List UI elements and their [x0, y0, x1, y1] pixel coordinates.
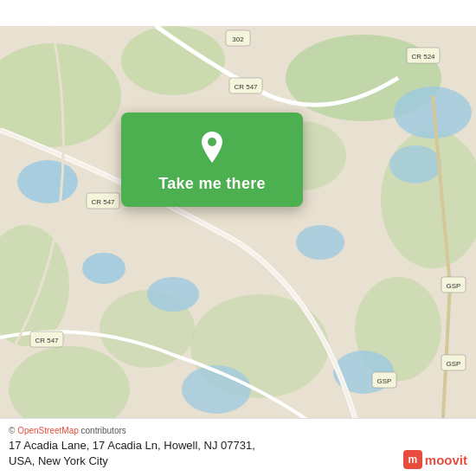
moovit-logo: m moovit: [403, 450, 467, 469]
svg-text:GSP: GSP: [447, 360, 461, 368]
moovit-logo-icon: m: [403, 450, 422, 469]
svg-point-16: [389, 145, 441, 183]
moovit-logo-text: moovit: [425, 453, 467, 467]
attribution-symbol: ©: [9, 426, 17, 435]
attribution: © OpenStreetMap contributors: [9, 426, 255, 435]
svg-point-12: [82, 253, 125, 284]
svg-point-35: [208, 138, 216, 146]
map-container: CR 547 CR 547 CR 547 CR 524 GSP GSP GSP …: [0, 0, 476, 476]
svg-text:302: 302: [232, 35, 244, 43]
address-line1: 17 Acadia Lane, 17 Acadia Ln, Howell, NJ…: [9, 439, 255, 452]
svg-text:CR 547: CR 547: [91, 198, 115, 206]
svg-point-11: [17, 160, 78, 203]
bottom-bar: © OpenStreetMap contributors 17 Acadia L…: [0, 418, 476, 476]
address-text: 17 Acadia Lane, 17 Acadia Ln, Howell, NJ…: [9, 438, 255, 469]
attribution-rest: contributors: [79, 426, 126, 435]
location-pin-icon: [193, 128, 231, 166]
svg-text:CR 524: CR 524: [411, 53, 435, 61]
svg-point-13: [147, 277, 199, 312]
svg-text:GSP: GSP: [447, 282, 461, 290]
osm-link[interactable]: OpenStreetMap: [17, 426, 79, 435]
svg-text:GSP: GSP: [377, 377, 392, 385]
map-background: CR 547 CR 547 CR 547 CR 524 GSP GSP GSP …: [0, 0, 476, 476]
take-me-there-button[interactable]: Take me there: [158, 175, 266, 193]
location-card[interactable]: Take me there: [121, 113, 303, 207]
svg-text:CR 547: CR 547: [35, 337, 59, 344]
svg-text:CR 547: CR 547: [234, 83, 258, 91]
address-section: © OpenStreetMap contributors 17 Acadia L…: [9, 426, 255, 469]
address-line2: USA, New York City: [9, 454, 108, 467]
svg-point-14: [296, 225, 344, 260]
